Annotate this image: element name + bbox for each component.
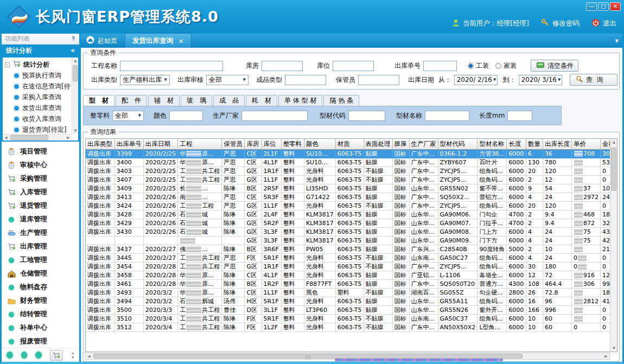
column-header[interactable]: 保管员	[222, 139, 245, 149]
table-row[interactable]: 调拨出库35002020/3/3工共工程曹佳D区3L1F整料LT3P606063…	[86, 305, 617, 314]
column-header[interactable]: 库房	[245, 139, 262, 149]
sidebar-item-入库管理[interactable]: 入库管理	[2, 186, 79, 199]
radio-jiazhuang[interactable]: 家装	[495, 61, 517, 71]
sidebar-item-补单中心[interactable]: 补单中心	[2, 321, 79, 335]
table-row[interactable]: 调拨出库34542020/2/28工共工程严思G区1R1F整料光身料6063-T…	[86, 262, 617, 271]
sidebar-item-工地管理[interactable]: 工地管理	[2, 253, 79, 267]
clear-conditions-button[interactable]: 清空条件	[531, 60, 578, 72]
table-row[interactable]: 调拨出库34292020/2/26石城陈琳G区5R2F整料KLM38176063…	[86, 219, 617, 227]
table-row[interactable]: 调拨出库35102020/3/4工共工程陈琳F区5R1F整料光身料6063-T5…	[86, 314, 617, 323]
table-row[interactable]: 调拨出库34002020/2/25华原...严思C区4L1F整料SU10...6…	[86, 158, 617, 167]
tree-item[interactable]: 采购入库查询	[5, 92, 72, 103]
maximize-button[interactable]: □	[598, 2, 609, 11]
material-tab[interactable]: 型 材	[83, 95, 114, 106]
scroll-left-icon[interactable]: ◀	[3, 135, 9, 141]
sidebar-item-审核中心[interactable]: 审核中心	[2, 158, 79, 172]
tab-home[interactable]: 起始页	[81, 34, 125, 48]
radio-gongzhuang[interactable]: 工装	[468, 61, 489, 71]
table-row[interactable]: 调拨出库35122020/3/4工共工程陈琳F区1L2F整料光身料6063-T5…	[86, 323, 617, 331]
material-tab[interactable]: 隔 热 条	[323, 95, 359, 106]
warehouse-input[interactable]	[262, 61, 303, 71]
close-tab-icon[interactable]: ×	[178, 37, 184, 45]
column-header[interactable]: 颜色	[304, 139, 336, 149]
sidebar-item-生产管理[interactable]: 生产管理	[2, 226, 79, 240]
outbound-audit-select[interactable]: 全部▼	[206, 75, 249, 85]
pin-icon[interactable]	[71, 36, 76, 42]
column-header[interactable]: 表面处理	[364, 139, 392, 149]
table-row[interactable]: 调拨出库34242020/2/26工工程严思G区1L1F整料光身料6063-T5…	[86, 201, 617, 210]
search-button[interactable]: 查 询	[570, 74, 617, 86]
scroll-down-icon[interactable]: ▼	[610, 345, 617, 352]
sidebar-item-报废管理[interactable]: 报废管理	[2, 335, 79, 348]
module-dot-icon[interactable]	[35, 352, 42, 359]
tab-list-caret-icon[interactable]: ▼	[615, 39, 622, 43]
column-header[interactable]: 出库类型	[86, 139, 114, 149]
material-tab[interactable]: 成 品	[213, 95, 245, 106]
table-vscroll-thumb[interactable]	[611, 148, 616, 191]
project-name-input[interactable]	[120, 61, 223, 71]
order-no-input[interactable]	[423, 61, 457, 71]
module-dot-icon[interactable]	[7, 352, 13, 359]
column-header[interactable]: 出库单号	[114, 139, 143, 149]
material-tab[interactable]: 耗 材	[246, 95, 277, 106]
date-to-select[interactable]: 2020/ 3/16▼	[519, 75, 562, 85]
table-row[interactable]: 调拨出库34612020/2/28华原...陈琳B区1R2F整料F8877FT6…	[86, 279, 617, 288]
table-row[interactable]: 调拨出库34092020/2/25长...陈琳B区2R5F整料LI35HD606…	[86, 184, 617, 193]
table-row[interactable]: 调拨出库34942020/3/2石辉城汤伟H区5R1F整料光身料6063-T5贴…	[86, 297, 617, 305]
column-header[interactable]: 工程	[178, 139, 222, 149]
tree-vertical-scrollbar[interactable]: ▲ ▼	[72, 58, 78, 134]
column-header[interactable]: 出库长度	[543, 139, 571, 149]
material-tab[interactable]: 辅 材	[148, 95, 180, 106]
minimize-button[interactable]: —	[586, 2, 597, 11]
column-header[interactable]: 长度	[507, 139, 526, 149]
column-header[interactable]: 生产厂家	[409, 139, 438, 149]
scroll-left-icon[interactable]: ◀	[86, 353, 92, 360]
close-button[interactable]: ✕	[610, 2, 621, 11]
tree-item[interactable]: 发货出库查询	[5, 103, 72, 113]
more-modules-button[interactable]: »▾	[71, 351, 74, 360]
table-row[interactable]: 调拨出库34452020/2/27工共工程严思F区5R1F整料光身料6063-T…	[86, 253, 617, 262]
section-header-statistics[interactable]: 统计分析 «	[2, 44, 79, 56]
material-tab[interactable]: 玻 璃	[181, 95, 212, 106]
tree-expander-icon[interactable]: -	[5, 62, 10, 67]
table-hscroll-thumb[interactable]: |||	[93, 354, 523, 359]
sidebar-item-退货管理[interactable]: 退货管理	[2, 199, 79, 213]
table-row[interactable]: 调拨出库34032020/2/25工共工程严思G区1R1F整料光身料6063-T…	[86, 167, 617, 175]
cart-module-button[interactable]	[50, 350, 63, 361]
whole-piece-select[interactable]: 全部▼	[112, 111, 144, 121]
column-header[interactable]: 型材名称	[477, 139, 507, 149]
tab-shipping-outbound-query[interactable]: 发货出库查询 ×	[125, 34, 192, 48]
scroll-right-icon[interactable]: ▶	[603, 353, 609, 360]
sidebar-item-仓储管理[interactable]: 仓储管理	[2, 267, 79, 280]
module-dot-icon[interactable]	[21, 352, 28, 359]
tree-item[interactable]: 收货入库查询	[5, 113, 72, 124]
tree-item[interactable]: 在途信息查询[待	[5, 81, 72, 92]
material-tab[interactable]: 单 体 型 材	[278, 95, 322, 106]
tree-item[interactable]: 预算执行查询	[5, 70, 72, 81]
column-header[interactable]: 膜厚	[392, 139, 409, 149]
table-row[interactable]: 调拨出库33992020/2/25华原...严思C区2L1F整料SU10...6…	[86, 149, 617, 158]
sidebar-item-项目管理[interactable]: 项目管理	[2, 145, 79, 158]
column-header[interactable]: 型材代码	[438, 139, 477, 149]
keeper-input[interactable]	[358, 75, 399, 85]
table-vertical-scrollbar[interactable]: ▲ ▼	[610, 139, 617, 352]
color-input[interactable]	[169, 111, 203, 121]
outbound-type-select[interactable]: 生产领料出库▼	[120, 75, 170, 85]
table-row[interactable]: 调拨出库34072020/2/25工共工程严思G区1L1F整料光身料6063-T…	[86, 175, 617, 184]
collapse-icon[interactable]: «	[71, 47, 75, 54]
column-header[interactable]: 整零料	[281, 139, 304, 149]
table-row[interactable]: 调拨出库34302020/2/26石城陈琳G区3L3F整料KLM38176063…	[86, 227, 617, 236]
sidebar-item-采购管理[interactable]: 采购管理	[2, 172, 79, 186]
scroll-right-icon[interactable]: ▶	[65, 135, 72, 141]
profile-name-input[interactable]	[425, 111, 469, 121]
column-header[interactable]: 单价	[571, 139, 600, 149]
tree-hscroll-thumb[interactable]	[10, 135, 48, 140]
scroll-down-icon[interactable]: ▼	[72, 127, 79, 134]
tree-vscroll-thumb[interactable]	[73, 65, 78, 81]
column-header[interactable]: 材质	[335, 139, 364, 149]
location-input[interactable]	[333, 61, 374, 71]
sidebar-item-物料盘存[interactable]: 物料盘存	[2, 280, 79, 294]
table-row[interactable]: 调拨出库34132020/2/26南...严思C区5R3F整料G71422606…	[86, 193, 617, 201]
sidebar-item-财务管理[interactable]: 财务管理	[2, 294, 79, 308]
table-row[interactable]: 调拨出库34282020/2/26石城陈琳G区2L4F整料KLM38176063…	[86, 210, 617, 219]
